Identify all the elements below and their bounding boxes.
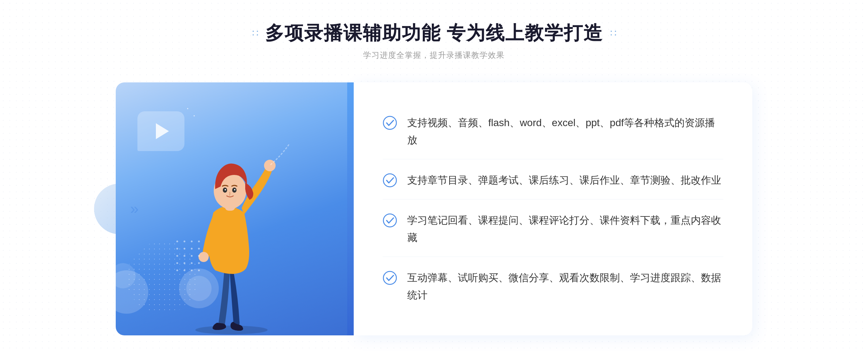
feature-text-1: 支持视频、音频、flash、word、excel、ppt、pdf等各种格式的资源…	[407, 114, 723, 149]
content-section: »	[116, 82, 752, 335]
svg-point-34	[383, 271, 396, 284]
svg-point-24	[198, 241, 200, 242]
check-circle-icon-4	[383, 271, 397, 285]
svg-point-2	[199, 252, 209, 262]
svg-point-30	[186, 276, 212, 301]
svg-point-14	[191, 248, 193, 250]
accent-bar	[347, 82, 354, 335]
feature-item-1: 支持视频、音频、flash、word、excel、ppt、pdf等各种格式的资源…	[383, 104, 723, 159]
svg-point-25	[198, 248, 200, 250]
title-dots-left: ∷	[252, 27, 258, 39]
header-section: ∷ 多项录播课辅助功能 专为线上教学打造 ∷ 学习进度全掌握，提升录播课教学效果	[252, 22, 616, 61]
title-row: ∷ 多项录播课辅助功能 专为线上教学打造 ∷	[252, 22, 616, 44]
svg-point-13	[184, 248, 186, 250]
svg-point-9	[176, 241, 178, 242]
svg-point-16	[184, 255, 186, 257]
feature-item-3: 学习笔记回看、课程提问、课程评论打分、课件资料下载，重点内容收藏	[383, 202, 723, 257]
svg-point-12	[176, 248, 178, 250]
svg-point-8	[234, 189, 235, 190]
feature-text-4: 互动弹幕、试听购买、微信分享、观看次数限制、学习进度跟踪、数据统计	[407, 269, 723, 304]
svg-point-26	[198, 255, 200, 257]
svg-point-33	[383, 214, 396, 227]
check-circle-icon-2	[383, 173, 397, 188]
svg-point-10	[184, 241, 186, 242]
svg-point-15	[176, 255, 178, 257]
left-arrows: »	[130, 201, 139, 216]
illustration-panel	[116, 82, 347, 335]
feature-text-2: 支持章节目录、弹题考试、课后练习、课后作业、章节测验、批改作业	[407, 172, 721, 189]
check-circle-icon-3	[383, 213, 397, 228]
page-title: 多项录播课辅助功能 专为线上教学打造	[265, 22, 603, 44]
svg-point-21	[176, 270, 178, 271]
feature-item-2: 支持章节目录、弹题考试、课后练习、课后作业、章节测验、批改作业	[383, 162, 723, 199]
feature-text-3: 学习笔记回看、课程提问、课程评论打分、课件资料下载，重点内容收藏	[407, 212, 723, 246]
person-illustration	[156, 126, 307, 335]
page-container: ∷ 多项录播课辅助功能 专为线上教学打造 ∷ 学习进度全掌握，提升录播课教学效果…	[0, 0, 868, 352]
svg-point-22	[184, 270, 186, 271]
arrow-right-icon: »	[130, 201, 139, 216]
check-circle-icon-1	[383, 116, 397, 130]
title-dots-right: ∷	[610, 27, 616, 39]
svg-point-11	[191, 241, 193, 242]
page-subtitle: 学习进度全掌握，提升录播课教学效果	[252, 50, 616, 61]
svg-point-17	[191, 255, 193, 257]
features-panel: 支持视频、音频、flash、word、excel、ppt、pdf等各种格式的资源…	[354, 82, 752, 335]
svg-point-18	[176, 262, 178, 264]
svg-point-31	[383, 116, 396, 129]
svg-point-27	[198, 262, 200, 264]
svg-point-20	[191, 262, 193, 264]
deco-circle-small	[110, 263, 136, 288]
svg-point-6	[225, 189, 226, 190]
feature-item-4: 互动弹幕、试听购买、微信分享、观看次数限制、学习进度跟踪、数据统计	[383, 259, 723, 314]
svg-point-19	[184, 262, 186, 264]
svg-point-32	[383, 174, 396, 187]
